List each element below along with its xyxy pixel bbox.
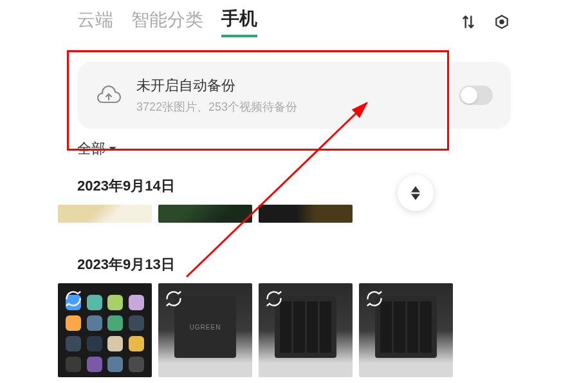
tab-cloud[interactable]: 云端 [77, 8, 113, 36]
triangle-up-icon [411, 186, 420, 192]
photo-thumbnail[interactable] [58, 283, 152, 377]
tab-header: 云端 智能分类 手机 [0, 0, 588, 44]
sync-icon [265, 290, 283, 308]
header-actions [459, 13, 511, 31]
date-section-1: 2023年9月14日 [0, 176, 588, 223]
backup-title: 未开启自动备份 [136, 76, 445, 95]
sync-icon [165, 290, 183, 308]
tab-phone[interactable]: 手机 [221, 6, 257, 37]
settings-icon[interactable] [493, 13, 511, 31]
filter-dropdown[interactable]: 全部 [77, 139, 588, 158]
photo-thumbnail[interactable] [359, 283, 453, 377]
sync-icon [365, 290, 383, 308]
filter-label: 全部 [77, 139, 106, 158]
photo-row [58, 205, 511, 223]
svg-point-1 [500, 20, 503, 23]
backup-card: 未开启自动备份 3722张图片、253个视频待备份 [77, 62, 511, 129]
photo-thumbnail[interactable] [259, 283, 353, 377]
sync-icon [64, 290, 82, 308]
date-section-2: 2023年9月13日 UGREEN [0, 255, 588, 377]
triangle-down-icon [411, 194, 420, 200]
photo-thumbnail[interactable] [58, 205, 152, 223]
photo-row: UGREEN [58, 283, 511, 377]
date-label: 2023年9月14日 [77, 176, 511, 196]
photo-thumbnail[interactable] [259, 205, 353, 223]
chevron-down-icon [108, 144, 117, 153]
scroll-fab[interactable] [398, 175, 434, 211]
sort-icon[interactable] [459, 13, 477, 31]
cloud-upload-icon [95, 82, 122, 109]
tab-smart-category[interactable]: 智能分类 [131, 8, 203, 36]
date-label: 2023年9月13日 [77, 255, 511, 274]
toggle-knob [461, 87, 477, 104]
backup-subtitle: 3722张图片、253个视频待备份 [136, 99, 445, 115]
photo-thumbnail[interactable]: UGREEN [158, 283, 252, 377]
backup-toggle[interactable] [459, 86, 493, 105]
backup-text: 未开启自动备份 3722张图片、253个视频待备份 [136, 76, 445, 115]
brand-label: UGREEN [190, 324, 221, 331]
photo-thumbnail[interactable] [158, 205, 252, 223]
